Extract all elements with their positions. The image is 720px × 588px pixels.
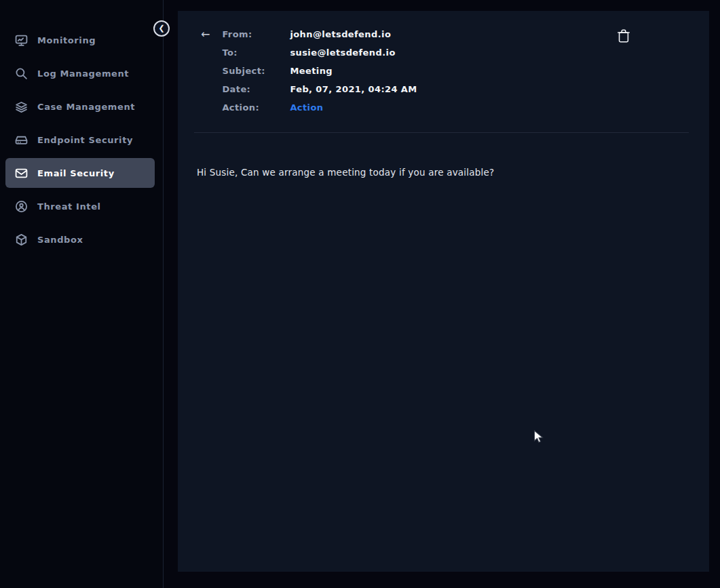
trash-icon xyxy=(616,36,631,46)
sidebar-item-sandbox[interactable]: Sandbox xyxy=(5,224,155,254)
from-label: From: xyxy=(222,28,290,41)
sidebar-item-label: Case Management xyxy=(37,102,135,112)
action-link[interactable]: Action xyxy=(290,102,417,114)
cube-icon xyxy=(15,233,28,246)
sidebar-collapse-button[interactable]: ❮ xyxy=(153,20,170,37)
to-label: To: xyxy=(222,47,290,59)
sidebar-item-monitoring[interactable]: Monitoring xyxy=(5,25,155,55)
email-fields: From: john@letsdefend.io To: susie@letsd… xyxy=(222,28,417,114)
sidebar-item-label: Log Management xyxy=(37,68,129,79)
sidebar-item-label: Threat Intel xyxy=(37,201,101,212)
from-value: john@letsdefend.io xyxy=(290,28,417,41)
mail-icon xyxy=(15,167,28,180)
sidebar-item-threat-intel[interactable]: Threat Intel xyxy=(5,191,155,221)
sidebar: Monitoring Log Management Case Managemen… xyxy=(0,0,164,588)
back-arrow-icon[interactable]: ← xyxy=(201,28,210,114)
monitor-icon xyxy=(15,34,28,47)
sidebar-item-label: Monitoring xyxy=(37,35,96,45)
email-body: Hi Susie, Can we arrange a meeting today… xyxy=(197,167,689,178)
sidebar-item-label: Sandbox xyxy=(37,235,83,245)
threat-intel-icon xyxy=(15,200,28,213)
chevron-left-icon: ❮ xyxy=(158,24,164,33)
action-label: Action: xyxy=(222,102,290,114)
sidebar-item-email-security[interactable]: Email Security xyxy=(5,158,155,188)
email-header: ← From: john@letsdefend.io To: susie@let… xyxy=(178,11,709,114)
sidebar-item-log-management[interactable]: Log Management xyxy=(5,58,155,88)
header-divider xyxy=(194,132,689,133)
email-detail-panel: ← From: john@letsdefend.io To: susie@let… xyxy=(178,11,709,572)
layers-icon xyxy=(15,100,28,113)
sidebar-item-label: Endpoint Security xyxy=(37,135,133,145)
sidebar-item-case-management[interactable]: Case Management xyxy=(5,92,155,121)
search-icon xyxy=(15,67,28,80)
harddrive-icon xyxy=(15,134,28,146)
subject-value: Meeting xyxy=(290,65,417,77)
date-label: Date: xyxy=(222,83,290,96)
date-value: Feb, 07, 2021, 04:24 AM xyxy=(290,83,417,96)
to-value: susie@letsdefend.io xyxy=(290,47,417,59)
subject-label: Subject: xyxy=(222,65,290,77)
sidebar-item-endpoint-security[interactable]: Endpoint Security xyxy=(5,125,155,155)
sidebar-nav: Monitoring Log Management Case Managemen… xyxy=(0,0,163,254)
sidebar-item-label: Email Security xyxy=(37,168,115,178)
delete-email-button[interactable] xyxy=(614,27,633,46)
